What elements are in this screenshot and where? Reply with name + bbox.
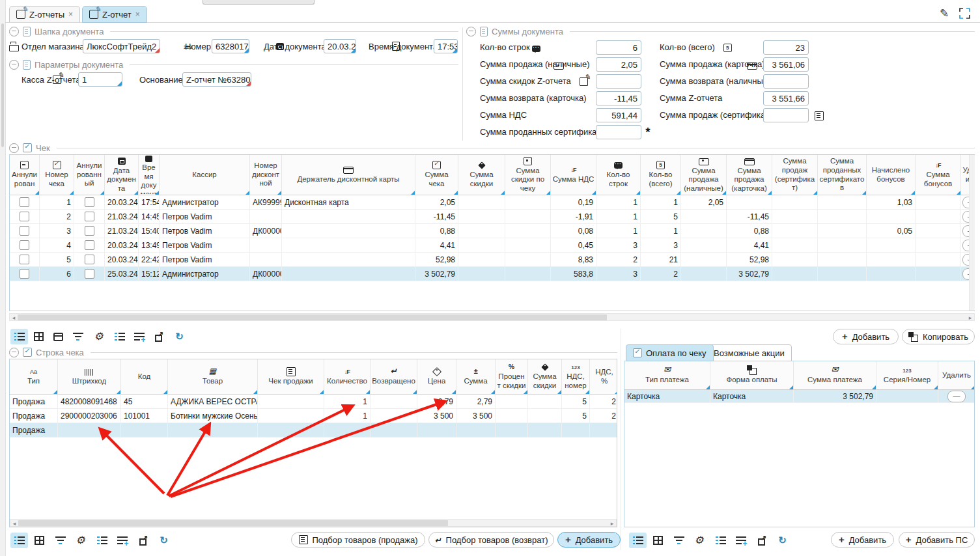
cell[interactable] [10,238,40,253]
row-checkbox[interactable] [20,212,29,221]
cell[interactable] [417,423,456,438]
cell[interactable] [456,423,496,438]
cell[interactable] [250,253,282,267]
cell[interactable]: 3 [596,267,641,281]
cell[interactable] [867,238,916,253]
cell[interactable] [505,224,551,238]
cell[interactable]: ДК00000 [250,267,282,281]
cell[interactable]: 2 [590,395,617,409]
row-checkbox[interactable] [20,255,29,264]
cell[interactable]: Администратор [160,267,250,281]
col-vat-number[interactable]: НДС, номер [562,359,590,395]
cell[interactable]: — [938,390,975,403]
row-checkbox[interactable] [20,226,29,236]
cell[interactable]: 21.03.24 [105,210,139,224]
cell[interactable]: Карточка [710,390,794,403]
col-doc-date[interactable]: Дата документа [105,155,139,195]
check-table-hscrollbar[interactable]: ◂ ▸ [9,313,975,321]
cell[interactable]: 3 502,79 [727,267,772,281]
cell[interactable] [458,253,505,267]
open-external-button[interactable] [753,533,770,548]
pick-goods-return-button[interactable]: Подбор товаров (возврат) [428,532,554,548]
sold-certs-input[interactable] [596,125,641,139]
cell[interactable] [818,210,867,224]
collapse-icon[interactable] [9,143,19,153]
return-card-input[interactable]: -11,45 [596,91,641,105]
cell[interactable] [505,267,551,281]
discount-sum-input[interactable] [596,74,641,89]
numbered-list-button[interactable] [111,329,128,344]
col-card-holder[interactable]: Держатель дисконтной карты [282,155,415,195]
cell[interactable]: 0,08 [551,224,596,238]
cell[interactable] [818,253,867,267]
cell[interactable]: 20.03.24 [105,238,139,253]
add-check-button[interactable]: Добавить [833,329,899,344]
pick-goods-sale-button[interactable]: Подбор товаров (продажа) [291,532,425,548]
cell[interactable]: 2 [596,253,641,267]
cell[interactable]: 21.03.24 [105,224,139,238]
cell[interactable]: 4 [40,238,74,253]
doc-time-input[interactable]: 17:53 [434,39,458,53]
cell[interactable] [528,395,562,409]
cell[interactable]: 6 [40,267,74,281]
col-annulled-check[interactable]: Аннулирован [10,155,40,195]
numbered-list-button[interactable] [712,533,729,548]
cell[interactable] [505,253,551,267]
cell[interactable]: Карточка [624,390,710,403]
cell[interactable] [371,395,417,409]
cell[interactable] [324,423,371,438]
scroll-left-icon[interactable]: ◂ [10,314,18,321]
cell[interactable] [562,423,590,438]
col-qty-total[interactable]: Кол-во (всего) [641,155,681,195]
cell[interactable] [282,210,415,224]
cell[interactable] [168,423,258,438]
cell[interactable] [74,195,105,210]
cell[interactable]: Администратор [160,195,250,210]
cell[interactable]: 5 [40,253,74,267]
col-delete[interactable]: Удалить [938,361,975,390]
col-discount-sum[interactable]: Сумма скидки [528,359,562,395]
cell[interactable]: Петров Vadim [160,238,250,253]
fullscreen-icon[interactable] [959,8,970,21]
check-table-vscrollbar[interactable] [969,155,975,311]
cell[interactable]: 5 [562,395,590,409]
cell[interactable]: 2 [590,409,617,423]
cell[interactable] [772,238,818,253]
cell[interactable]: 13:49 [139,238,160,253]
cell[interactable] [10,253,40,267]
cell[interactable] [282,253,415,267]
col-sold-certs[interactable]: Сумма проданных сертификатов [818,155,867,195]
refresh-button[interactable] [155,533,173,548]
cell[interactable] [371,409,417,423]
cell[interactable]: 2,79 [456,395,496,409]
collapse-icon[interactable] [9,348,19,357]
cell[interactable] [74,253,105,267]
cell[interactable] [74,267,105,281]
cell[interactable] [772,253,818,267]
cell[interactable]: 3 500 [456,409,496,423]
cell[interactable] [772,195,818,210]
cell[interactable]: -11,45 [415,210,458,224]
settings-button[interactable] [690,533,708,548]
cell[interactable]: 0,45 [551,238,596,253]
cell[interactable]: 2 [40,210,74,224]
cell[interactable]: 2,05 [681,195,727,210]
cell[interactable] [818,238,867,253]
cell[interactable]: Петров Vadim [160,210,250,224]
line-table-hscrollbar[interactable]: ◂ ▸ [10,519,617,527]
lines-count-input[interactable]: 6 [596,40,641,55]
cell[interactable] [458,210,505,224]
cell[interactable] [916,210,961,224]
cell[interactable] [681,267,727,281]
doc-date-input[interactable]: 20.03.24 [324,39,356,53]
collapse-icon[interactable] [466,27,476,36]
cell[interactable] [505,195,551,210]
calendar-view-button[interactable] [49,329,67,344]
row-checkbox[interactable] [20,240,29,250]
top-clipped-button[interactable] [203,0,315,5]
return-cash-input[interactable] [763,74,809,89]
open-external-button[interactable] [150,329,167,344]
tab-promotions[interactable]: Возможные акции [707,344,792,361]
collapse-icon[interactable] [9,60,19,70]
col-sale-check[interactable]: Чек продажи [258,359,324,395]
